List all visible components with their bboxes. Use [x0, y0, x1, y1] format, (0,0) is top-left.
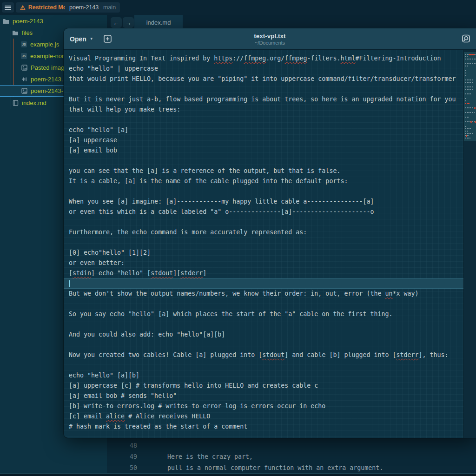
misspelled-word: alice	[106, 413, 125, 420]
editor-line[interactable]: or even this which is a cable labeled "a…	[64, 207, 463, 217]
misspelled-word: ffmpeg	[284, 55, 307, 62]
minimap-error-mark	[465, 103, 466, 104]
editor-line[interactable]: [stdin] echo "hello" [stdout][stderr]	[64, 268, 463, 278]
root-folder-label: poem-2143	[13, 18, 43, 25]
editor-line[interactable]: or even better:	[64, 258, 463, 268]
minimap-error-mark	[474, 107, 476, 109]
image-file-icon	[21, 65, 27, 71]
navigate-back-button[interactable]: ←	[111, 17, 122, 28]
overlay-header: Open ▼ text-vpl.txt ~/Documents	[64, 28, 476, 50]
text-segment: It is a cable, [a] is the name of the ca…	[69, 178, 348, 185]
editor-line[interactable]: # hash mark is treated as the start of a…	[64, 422, 463, 432]
editor-line[interactable]: [a] uppercase [c] # transforms hello int…	[64, 381, 463, 391]
editor-line[interactable]: [b] write-to errors.log # writes to erro…	[64, 401, 463, 411]
file-label: poem-2143.	[31, 76, 63, 83]
editor-line[interactable]: Now you created two cables! Cable [a] pl…	[64, 350, 463, 360]
folder-open-icon	[12, 30, 19, 36]
minimap-error-mark	[471, 54, 473, 55]
javascript-file-icon: JS	[21, 41, 27, 47]
editor-line[interactable]	[64, 278, 463, 289]
branch-chip[interactable]: main	[99, 2, 120, 13]
open-dropdown-button[interactable]: Open ▼	[70, 35, 93, 43]
text-segment: ]	[203, 270, 206, 277]
editor-line[interactable]	[64, 156, 463, 166]
editor-line[interactable]: But we don't show the output names/numbe…	[64, 289, 463, 299]
editor-line[interactable]	[64, 238, 463, 248]
editor-line[interactable]: that will help you make trees:	[64, 105, 463, 115]
navigate-forward-button[interactable]: →	[123, 17, 134, 28]
hamburger-menu-button[interactable]	[2, 2, 14, 13]
image-file-icon	[21, 88, 27, 94]
editor-line[interactable]	[64, 360, 463, 370]
text-segment: you can see that the [a] is a reference …	[69, 167, 340, 174]
editor-line[interactable]: 49 Here is the crazy part,	[107, 451, 476, 462]
misspelled-word: ffmpeg	[244, 55, 266, 62]
text-segment: ][	[173, 270, 180, 277]
editor-line[interactable]: [a] email bob # sends "hello"	[64, 391, 463, 401]
sidebar-item-root-folder[interactable]: poem-2143	[0, 15, 107, 27]
editor-line[interactable]: But it is never just a-b, flow based pro…	[64, 94, 463, 105]
editor-line[interactable]: [a] uppercase	[64, 135, 463, 145]
editor-line[interactable]: [c] email alice # Alice receives HELLO	[64, 411, 463, 422]
text-segment: But we don't show the output names/numbe…	[69, 290, 385, 297]
editor-line[interactable]: echo "hello" | uppercase	[64, 64, 463, 74]
text-segment: or even this which is a cable labeled "a…	[69, 208, 374, 215]
text-segment: # hash mark is treated as the start of a…	[69, 423, 247, 430]
text-segment: Now you created two cables! Cable [a] pl…	[69, 351, 262, 358]
text-segment: [a] uppercase [c] # transforms hello int…	[69, 382, 318, 389]
editor-line[interactable]: Visual Programming In Text inspired by h…	[64, 53, 463, 64]
editor-line[interactable]	[64, 115, 463, 125]
text-segment: [a] email bob	[69, 147, 117, 154]
workspace-name-chip[interactable]: poem-2143	[65, 2, 103, 13]
back-arrow-icon: ←	[113, 19, 119, 26]
minimap-error-mark	[466, 135, 467, 137]
text-cursor	[69, 280, 70, 287]
open-label: Open	[70, 35, 86, 43]
document-title: text-vpl.txt	[254, 33, 285, 40]
editor-line[interactable]	[64, 319, 463, 330]
minimap-error-mark	[468, 103, 469, 104]
text-segment: [a] email bob # sends "hello"	[69, 392, 177, 399]
editor-line[interactable]: 50 pull is a normal computer function wi…	[107, 462, 476, 473]
hamburger-icon	[5, 5, 11, 10]
minimap-error-mark	[473, 54, 475, 55]
editor-line[interactable]: that would print HELLO, because you are …	[64, 74, 463, 84]
text-segment: Visual Programming In Text inspired by	[69, 55, 214, 62]
text-segment: ] and cable [b] plugged into [	[284, 351, 396, 358]
new-document-button[interactable]	[104, 35, 112, 43]
editor-line[interactable]: [a] email bob	[64, 145, 463, 156]
editor-line[interactable]	[64, 340, 463, 350]
chevron-down-icon: ▼	[90, 37, 93, 41]
editor-line[interactable]: It is a cable, [a] is the name of the ca…	[64, 176, 463, 186]
misspelled-word: https	[214, 55, 232, 62]
minimap-error-mark	[470, 121, 472, 123]
editor-line[interactable]: So you say echo "hello" [a] which places…	[64, 309, 463, 319]
text-segment: [0] echo"hello" [1][2]	[69, 249, 151, 256]
file-label: index.md	[22, 99, 46, 106]
plus-square-icon	[104, 35, 112, 43]
forward-arrow-icon: →	[125, 19, 132, 26]
editor-line[interactable]	[64, 84, 463, 94]
search-in-document-button[interactable]	[462, 34, 470, 43]
editor-line[interactable]: echo "hello" [a][b]	[64, 370, 463, 381]
editor-line[interactable]: Furthermore, the echo command is more ac…	[64, 227, 463, 238]
editor-line[interactable]: echo "hello" [a]	[64, 125, 463, 135]
editor-line[interactable]: And you could also add: echo "hello"[a][…	[64, 330, 463, 340]
editor-line[interactable]: When you see [a] imagine: [a]-----------…	[64, 197, 463, 207]
editor-line[interactable]: you can see that the [a] is a reference …	[64, 166, 463, 176]
folder-label: files	[22, 29, 33, 36]
editor-line[interactable]	[64, 217, 463, 227]
editor-line[interactable]: 48	[107, 440, 476, 451]
text-segment: So you say echo "hello" [a] which places…	[69, 311, 392, 317]
misspelled-word: stderr	[180, 270, 203, 277]
text-segment: .org/	[266, 55, 284, 62]
file-label: example.js	[30, 41, 59, 48]
editor-line[interactable]	[64, 299, 463, 309]
editor-line[interactable]	[64, 186, 463, 197]
overlay-text-editor[interactable]: Visual Programming In Text inspired by h…	[64, 50, 463, 438]
text-segment: [a] uppercase	[69, 137, 117, 144]
quick-open-text-overlay-window: Open ▼ text-vpl.txt ~/Documents Visual P…	[64, 28, 476, 438]
editor-line[interactable]: [0] echo"hello" [1][2]	[64, 248, 463, 258]
minimap[interactable]	[463, 50, 476, 438]
tab-index-md[interactable]: index.md	[134, 15, 183, 30]
